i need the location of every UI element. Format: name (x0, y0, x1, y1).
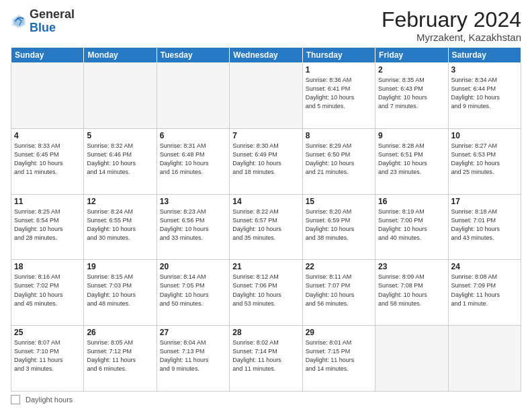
day-info: Sunrise: 8:33 AMSunset: 6:45 PMDaylight:… (14, 142, 81, 177)
day-cell: 22Sunrise: 8:11 AMSunset: 7:07 PMDayligh… (302, 260, 375, 326)
day-info: Sunrise: 8:20 AMSunset: 6:59 PMDaylight:… (306, 208, 372, 242)
day-info: Sunrise: 8:34 AMSunset: 6:44 PMDaylight:… (451, 76, 518, 111)
col-header-thursday: Thursday (302, 48, 375, 63)
day-cell: 23Sunrise: 8:09 AMSunset: 7:08 PMDayligh… (375, 260, 448, 326)
day-cell: 24Sunrise: 8:08 AMSunset: 7:09 PMDayligh… (448, 260, 521, 326)
day-cell: 10Sunrise: 8:27 AMSunset: 6:53 PMDayligh… (448, 128, 521, 194)
week-row-0: 1Sunrise: 8:36 AMSunset: 6:41 PMDaylight… (11, 63, 521, 129)
day-number: 19 (87, 262, 153, 271)
day-number: 4 (14, 131, 81, 140)
day-number: 5 (87, 131, 153, 140)
day-info: Sunrise: 8:09 AMSunset: 7:08 PMDaylight:… (378, 273, 445, 308)
day-number: 6 (160, 131, 226, 140)
day-info: Sunrise: 8:22 AMSunset: 6:57 PMDaylight:… (232, 208, 299, 242)
day-cell: 28Sunrise: 8:02 AMSunset: 7:14 PMDayligh… (230, 326, 302, 392)
day-info: Sunrise: 8:14 AMSunset: 7:05 PMDaylight:… (160, 273, 226, 308)
title-block: February 2024 Myrzakent, Kazakhstan (382, 8, 521, 43)
logo-blue-text: Blue (30, 21, 56, 34)
day-cell: 14Sunrise: 8:22 AMSunset: 6:57 PMDayligh… (230, 194, 302, 260)
day-info: Sunrise: 8:07 AMSunset: 7:10 PMDaylight:… (14, 338, 81, 373)
week-row-2: 11Sunrise: 8:25 AMSunset: 6:54 PMDayligh… (11, 194, 521, 260)
day-info: Sunrise: 8:29 AMSunset: 6:50 PMDaylight:… (306, 142, 372, 177)
daylight-box (11, 395, 20, 404)
day-cell: 13Sunrise: 8:23 AMSunset: 6:56 PMDayligh… (157, 194, 229, 260)
day-info: Sunrise: 8:15 AMSunset: 7:03 PMDaylight:… (87, 273, 153, 308)
day-info: Sunrise: 8:02 AMSunset: 7:14 PMDaylight:… (232, 338, 299, 373)
day-cell: 15Sunrise: 8:20 AMSunset: 6:59 PMDayligh… (302, 194, 375, 260)
calendar-subtitle: Myrzakent, Kazakhstan (382, 32, 521, 43)
day-info: Sunrise: 8:23 AMSunset: 6:56 PMDaylight:… (160, 208, 226, 242)
col-header-friday: Friday (375, 48, 448, 63)
day-cell (11, 63, 84, 129)
day-cell: 27Sunrise: 8:04 AMSunset: 7:13 PMDayligh… (157, 326, 229, 392)
day-number: 25 (14, 328, 81, 337)
day-info: Sunrise: 8:32 AMSunset: 6:46 PMDaylight:… (87, 142, 153, 177)
day-info: Sunrise: 8:28 AMSunset: 6:51 PMDaylight:… (378, 142, 445, 177)
day-info: Sunrise: 8:11 AMSunset: 7:07 PMDaylight:… (306, 273, 372, 308)
day-info: Sunrise: 8:08 AMSunset: 7:09 PMDaylight:… (451, 273, 518, 308)
logo-text: General Blue (30, 8, 75, 35)
day-cell: 2Sunrise: 8:35 AMSunset: 6:43 PMDaylight… (375, 63, 448, 129)
day-cell: 7Sunrise: 8:30 AMSunset: 6:49 PMDaylight… (230, 128, 302, 194)
header: General Blue February 2024 Myrzakent, Ka… (11, 8, 521, 43)
daylight-label: Daylight hours (26, 396, 73, 404)
day-number: 14 (232, 197, 299, 206)
day-number: 16 (378, 197, 445, 206)
day-number: 23 (378, 262, 445, 271)
day-info: Sunrise: 8:35 AMSunset: 6:43 PMDaylight:… (378, 76, 445, 111)
week-row-3: 18Sunrise: 8:16 AMSunset: 7:02 PMDayligh… (11, 260, 521, 326)
day-number: 1 (306, 65, 372, 75)
day-cell: 12Sunrise: 8:24 AMSunset: 6:55 PMDayligh… (84, 194, 157, 260)
day-number: 24 (451, 262, 518, 271)
day-info: Sunrise: 8:05 AMSunset: 7:12 PMDaylight:… (87, 338, 153, 373)
day-number: 21 (232, 262, 299, 271)
day-info: Sunrise: 8:30 AMSunset: 6:49 PMDaylight:… (232, 142, 299, 177)
day-cell: 9Sunrise: 8:28 AMSunset: 6:51 PMDaylight… (375, 128, 448, 194)
day-info: Sunrise: 8:27 AMSunset: 6:53 PMDaylight:… (451, 142, 518, 177)
calendar-table: SundayMondayTuesdayWednesdayThursdayFrid… (11, 47, 521, 392)
day-number: 17 (451, 197, 518, 206)
day-cell (157, 63, 229, 129)
day-cell: 1Sunrise: 8:36 AMSunset: 6:41 PMDaylight… (302, 63, 375, 129)
day-number: 29 (306, 328, 372, 337)
day-number: 22 (306, 262, 372, 271)
day-number: 26 (87, 328, 153, 337)
day-number: 18 (14, 262, 81, 271)
logo: General Blue (11, 8, 75, 35)
day-number: 28 (232, 328, 299, 337)
day-cell: 4Sunrise: 8:33 AMSunset: 6:45 PMDaylight… (11, 128, 84, 194)
day-number: 7 (232, 131, 299, 140)
day-number: 15 (306, 197, 372, 206)
day-info: Sunrise: 8:31 AMSunset: 6:48 PMDaylight:… (160, 142, 226, 177)
day-cell: 19Sunrise: 8:15 AMSunset: 7:03 PMDayligh… (84, 260, 157, 326)
day-cell: 18Sunrise: 8:16 AMSunset: 7:02 PMDayligh… (11, 260, 84, 326)
day-cell: 26Sunrise: 8:05 AMSunset: 7:12 PMDayligh… (84, 326, 157, 392)
day-cell: 21Sunrise: 8:12 AMSunset: 7:06 PMDayligh… (230, 260, 302, 326)
day-number: 10 (451, 131, 518, 140)
day-cell: 29Sunrise: 8:01 AMSunset: 7:15 PMDayligh… (302, 326, 375, 392)
day-cell (448, 326, 521, 392)
footer: Daylight hours (11, 395, 521, 404)
week-row-4: 25Sunrise: 8:07 AMSunset: 7:10 PMDayligh… (11, 326, 521, 392)
header-row: SundayMondayTuesdayWednesdayThursdayFrid… (11, 48, 521, 63)
day-info: Sunrise: 8:36 AMSunset: 6:41 PMDaylight:… (306, 76, 372, 111)
day-info: Sunrise: 8:04 AMSunset: 7:13 PMDaylight:… (160, 338, 226, 373)
day-number: 27 (160, 328, 226, 337)
day-cell (84, 63, 157, 129)
day-cell (375, 326, 448, 392)
week-row-1: 4Sunrise: 8:33 AMSunset: 6:45 PMDaylight… (11, 128, 521, 194)
day-number: 13 (160, 197, 226, 206)
day-number: 11 (14, 197, 81, 206)
day-number: 2 (378, 65, 445, 75)
col-header-tuesday: Tuesday (157, 48, 229, 63)
day-number: 3 (451, 65, 518, 75)
day-number: 12 (87, 197, 153, 206)
logo-general-text: General (30, 7, 75, 21)
col-header-wednesday: Wednesday (230, 48, 302, 63)
day-info: Sunrise: 8:01 AMSunset: 7:15 PMDaylight:… (306, 338, 372, 373)
day-cell: 20Sunrise: 8:14 AMSunset: 7:05 PMDayligh… (157, 260, 229, 326)
col-header-monday: Monday (84, 48, 157, 63)
day-cell (230, 63, 302, 129)
calendar-title: February 2024 (382, 8, 521, 32)
day-info: Sunrise: 8:24 AMSunset: 6:55 PMDaylight:… (87, 208, 153, 242)
